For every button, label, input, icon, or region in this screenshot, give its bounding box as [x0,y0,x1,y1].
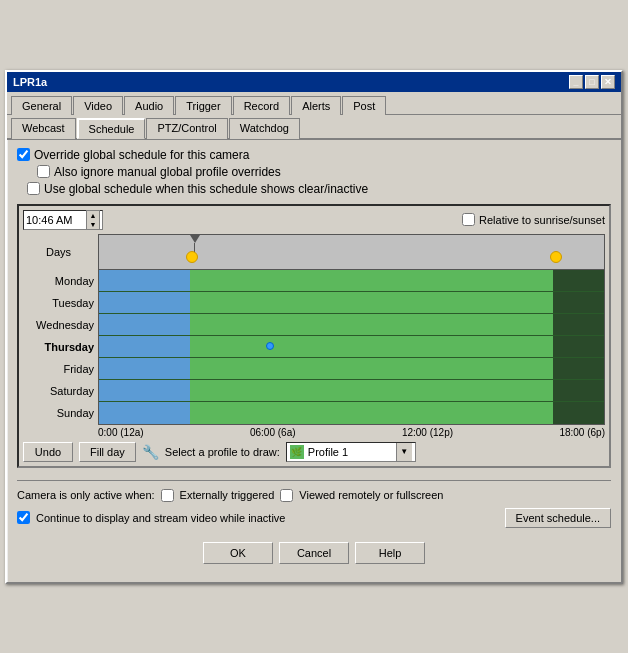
tab-row-1: General Video Audio Trigger Record Alert… [7,92,621,115]
grid-rows[interactable] [98,270,605,425]
tab-schedule[interactable]: Schedule [77,118,146,139]
cell-tue-blue [99,292,190,313]
cell-thu-green [190,336,554,357]
grid-top-bar[interactable] [98,234,605,270]
continue-display-label: Continue to display and stream video whi… [36,512,285,524]
main-window: LPR1a _ □ ✕ General Video Audio Trigger … [5,70,623,584]
externally-triggered-checkbox[interactable] [161,489,174,502]
tab-video[interactable]: Video [73,96,123,115]
fill-day-button[interactable]: Fill day [79,442,136,462]
externally-triggered-label: Externally triggered [180,489,275,501]
cell-fri-green [190,358,554,379]
override-global-label: Override global schedule for this camera [34,148,249,162]
grid-row-friday[interactable] [99,358,604,380]
window-title: LPR1a [13,76,47,88]
grid-area[interactable] [98,234,605,425]
ignore-manual-row: Also ignore manual global profile overri… [37,165,611,179]
time-labels-row: 0:00 (12a) 06:00 (6a) 12:00 (12p) 18:00 … [23,427,605,438]
relative-check-row: Relative to sunrise/sunset [462,213,605,226]
grid-row-thursday[interactable] [99,336,604,358]
profile-dropdown-arrow[interactable]: ▼ [396,443,412,461]
cell-thu-dark [553,336,604,357]
wrench-icon[interactable]: 🔧 [142,444,159,460]
tab-audio[interactable]: Audio [124,96,174,115]
profile-select-label: Select a profile to draw: [165,446,280,458]
event-schedule-button[interactable]: Event schedule... [505,508,611,528]
day-labels-col: Days Monday Tuesday Wednesday Thursday F… [23,234,98,425]
cell-mon-green [190,270,554,291]
undo-button[interactable]: Undo [23,442,73,462]
grid-row-sunday[interactable] [99,402,604,424]
day-label-days: Days [23,234,98,270]
profile-select-box[interactable]: 🌿 Profile 1 ▼ [286,442,416,462]
ignore-manual-label: Also ignore manual global profile overri… [54,165,281,179]
time-spin-up[interactable]: ▲ [87,211,99,220]
cell-sat-dark [553,380,604,401]
viewed-remotely-checkbox[interactable] [280,489,293,502]
schedule-bottom-controls: Undo Fill day 🔧 Select a profile to draw… [23,442,605,462]
use-global-label: Use global schedule when this schedule s… [44,182,368,196]
grid-row-tuesday[interactable] [99,292,604,314]
continue-display-checkbox[interactable] [17,511,30,524]
relative-label: Relative to sunrise/sunset [479,214,605,226]
day-label-saturday: Saturday [23,380,98,402]
help-button[interactable]: Help [355,542,425,564]
cell-tue-dark [553,292,604,313]
ok-button[interactable]: OK [203,542,273,564]
day-label-friday: Friday [23,358,98,380]
title-bar: LPR1a _ □ ✕ [7,72,621,92]
time-input-box: 10:46 AM ▲ ▼ [23,210,103,230]
grid-row-monday[interactable] [99,270,604,292]
grid-row-wednesday[interactable] [99,314,604,336]
cell-sun-dark [553,402,604,424]
relative-checkbox[interactable] [462,213,475,226]
day-label-thursday: Thursday [23,336,98,358]
day-label-tuesday: Tuesday [23,292,98,314]
tab-record[interactable]: Record [233,96,290,115]
tab-ptz-control[interactable]: PTZ/Control [146,118,227,139]
day-label-sunday: Sunday [23,402,98,424]
profile-icon: 🌿 [290,445,304,459]
time-spin-down[interactable]: ▼ [87,220,99,229]
schedule-panel: 10:46 AM ▲ ▼ Relative to sunrise/sunset … [17,204,611,468]
tab-alerts[interactable]: Alerts [291,96,341,115]
tab-row-2: Webcast Schedule PTZ/Control Watchdog [7,115,621,140]
maximize-button[interactable]: □ [585,75,599,89]
content-area: Override global schedule for this camera… [7,140,621,582]
cell-fri-blue [99,358,190,379]
tab-trigger[interactable]: Trigger [175,96,231,115]
close-button[interactable]: ✕ [601,75,615,89]
use-global-row: Use global schedule when this schedule s… [27,182,611,196]
continue-display-row: Continue to display and stream video whi… [17,508,611,528]
cell-mon-blue [99,270,190,291]
override-global-checkbox[interactable] [17,148,30,161]
time-control-row: 10:46 AM ▲ ▼ Relative to sunrise/sunset [23,210,605,230]
time-label-0: 0:00 (12a) [98,427,144,438]
viewed-remotely-label: Viewed remotely or fullscreen [299,489,443,501]
sun-marker-1 [186,251,198,263]
cell-wed-green [190,314,554,335]
ignore-manual-checkbox[interactable] [37,165,50,178]
profile-value: Profile 1 [304,446,396,458]
cell-sat-blue [99,380,190,401]
camera-section: Camera is only active when: Externally t… [17,480,611,528]
time-label-18: 18:00 (6p) [559,427,605,438]
tab-general[interactable]: General [11,96,72,115]
footer-buttons: OK Cancel Help [17,542,611,574]
use-global-checkbox[interactable] [27,182,40,195]
cell-wed-dark [553,314,604,335]
cell-sun-green [190,402,554,424]
day-label-wednesday: Wednesday [23,314,98,336]
time-label-12: 12:00 (12p) [402,427,453,438]
cancel-button[interactable]: Cancel [279,542,349,564]
tab-post[interactable]: Post [342,96,386,115]
grid-row-saturday[interactable] [99,380,604,402]
schedule-grid-container: Days Monday Tuesday Wednesday Thursday F… [23,234,605,438]
tab-watchdog[interactable]: Watchdog [229,118,300,139]
tab-webcast[interactable]: Webcast [11,118,76,139]
camera-active-row: Camera is only active when: Externally t… [17,489,611,502]
time-value: 10:46 AM [26,214,72,226]
time-spinners: ▲ ▼ [86,210,100,230]
grid-body: Days Monday Tuesday Wednesday Thursday F… [23,234,605,425]
minimize-button[interactable]: _ [569,75,583,89]
